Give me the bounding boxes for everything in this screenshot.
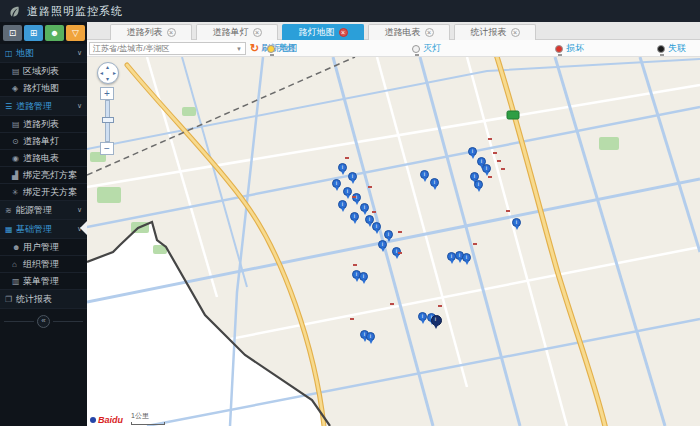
map-pin[interactable]: [359, 272, 368, 281]
map-info-label: [398, 231, 402, 233]
sidebar-item[interactable]: ⌂ 组织管理: [0, 256, 87, 273]
tab[interactable]: 统计报表 ×: [454, 24, 536, 40]
map-pan-control[interactable]: ▴ ▾ ◂ ▸: [97, 62, 119, 84]
info-icon: [366, 216, 373, 223]
legend-item: 灭灯: [412, 42, 441, 55]
map-pin[interactable]: [372, 222, 381, 231]
zoom-in-button[interactable]: +: [100, 87, 114, 100]
zoom-slider-handle[interactable]: [102, 117, 114, 123]
monitor-icon: ⊡: [9, 28, 17, 38]
map-pin[interactable]: [468, 147, 477, 156]
sidebar-item[interactable]: ❐ 统计报表: [0, 290, 87, 309]
tab-close-icon[interactable]: ×: [253, 28, 262, 37]
map-attribution: Baidu 1公里: [90, 404, 165, 425]
map-pin[interactable]: [420, 170, 429, 179]
map-info-label: [345, 157, 349, 159]
info-icon: [344, 188, 351, 195]
road-list-icon: ▤: [12, 67, 23, 76]
map-info-label: [501, 168, 505, 170]
map-info-label: [353, 264, 357, 266]
monitor-button[interactable]: ⊡: [3, 25, 22, 41]
info-icon: [419, 313, 426, 320]
map-pin[interactable]: [482, 164, 491, 173]
sidebar-item[interactable]: ▤ 区域列表: [0, 63, 87, 80]
info-icon: [373, 223, 380, 230]
switch-icon: ✳: [12, 188, 23, 197]
pan-left-icon[interactable]: ◂: [100, 70, 103, 76]
region-select[interactable]: 江苏省/盐城市/亭湖区 ▼: [89, 42, 246, 55]
org-icon: ⌂: [12, 260, 23, 269]
sidebar-item[interactable]: ⊙ 道路单灯: [0, 133, 87, 150]
app-title: 道路照明监控系统: [27, 4, 123, 19]
pan-right-icon[interactable]: ▸: [113, 70, 116, 76]
map-pin[interactable]: [418, 312, 427, 321]
sidebar-item[interactable]: ≋ 能源管理 ∨: [0, 201, 87, 220]
pan-up-icon[interactable]: ▴: [106, 64, 109, 70]
info-icon: [513, 219, 520, 226]
map-pin[interactable]: [332, 179, 341, 188]
base-icon: ▦: [5, 225, 16, 234]
chevron-down-icon: ∨: [77, 102, 82, 110]
map-pin[interactable]: [474, 180, 483, 189]
map-pin[interactable]: [384, 230, 393, 239]
tab-close-icon[interactable]: ×: [339, 28, 348, 37]
info-icon: [361, 204, 368, 211]
sidebar-item[interactable]: ▦ 基础管理 ∨: [0, 220, 87, 239]
baidu-logo: Baidu: [90, 415, 123, 425]
bulb-icon: [555, 45, 563, 53]
bulb-icon: [412, 45, 420, 53]
info-icon: [448, 253, 455, 260]
zoom-out-button[interactable]: −: [100, 142, 114, 155]
map-pin[interactable]: [430, 178, 439, 187]
sidebar-collapse-row: «: [0, 313, 87, 329]
map-pin[interactable]: [366, 332, 375, 341]
map-info-label: [473, 243, 477, 245]
map-pin[interactable]: [338, 200, 347, 209]
sidebar-item[interactable]: ◈ 路灯地图: [0, 80, 87, 97]
map-info-label: [390, 303, 394, 305]
tab[interactable]: 道路单灯 ×: [196, 24, 278, 40]
map-info-label: [506, 210, 510, 212]
map-canvas[interactable]: ▴ ▾ ◂ ▸ + − Baidu 1公里: [87, 57, 700, 426]
sidebar-item[interactable]: ☻ 用户管理: [0, 239, 87, 256]
roads-icon: ☰: [5, 102, 16, 111]
tab-close-icon[interactable]: ×: [511, 28, 520, 37]
pan-down-icon[interactable]: ▾: [106, 76, 109, 82]
user-button[interactable]: ☻: [45, 25, 64, 41]
info-icon: [475, 181, 482, 188]
tab-close-icon[interactable]: ×: [425, 28, 434, 37]
map-pin[interactable]: [378, 240, 387, 249]
funnel-icon: ▽: [72, 28, 79, 38]
sidebar-item[interactable]: ▟ 绑定亮灯方案: [0, 167, 87, 184]
sidebar-item[interactable]: ◫ 地图 ∨: [0, 44, 87, 63]
grid-button[interactable]: ⊞: [24, 25, 43, 41]
map-pin[interactable]: [512, 218, 521, 227]
zoom-slider-track[interactable]: [105, 100, 110, 142]
map-pin[interactable]: [350, 212, 359, 221]
sidebar-item[interactable]: ✳ 绑定开关方案: [0, 184, 87, 201]
active-menu-arrow: [80, 221, 87, 235]
map-icon: ◫: [5, 49, 16, 58]
tab[interactable]: 道路电表 ×: [368, 24, 450, 40]
tab[interactable]: 路灯地图 ×: [282, 24, 364, 40]
sidebar-collapse-button[interactable]: «: [37, 315, 50, 328]
legend-item: 失联: [657, 42, 686, 55]
chevron-down-icon: ∨: [77, 49, 82, 57]
filter-button[interactable]: ▽: [66, 25, 85, 41]
sidebar-item[interactable]: ▥ 菜单管理: [0, 273, 87, 290]
info-icon: [385, 231, 392, 238]
tab-close-icon[interactable]: ×: [167, 28, 176, 37]
tab[interactable]: 道路列表 ×: [110, 24, 192, 40]
info-icon: [483, 165, 490, 172]
map-pin[interactable]: [462, 253, 471, 262]
map-pin[interactable]: [360, 203, 369, 212]
meter-icon: ◉: [12, 154, 23, 163]
sidebar-item[interactable]: ▤ 道路列表: [0, 116, 87, 133]
map-pin[interactable]: [348, 172, 357, 181]
map-pin[interactable]: [338, 163, 347, 172]
info-icon: [431, 179, 438, 186]
sidebar-item[interactable]: ☰ 道路管理 ∨: [0, 97, 87, 116]
map-pin[interactable]: [431, 315, 442, 326]
sidebar-item[interactable]: ◉ 道路电表: [0, 150, 87, 167]
map-pin[interactable]: [343, 187, 352, 196]
